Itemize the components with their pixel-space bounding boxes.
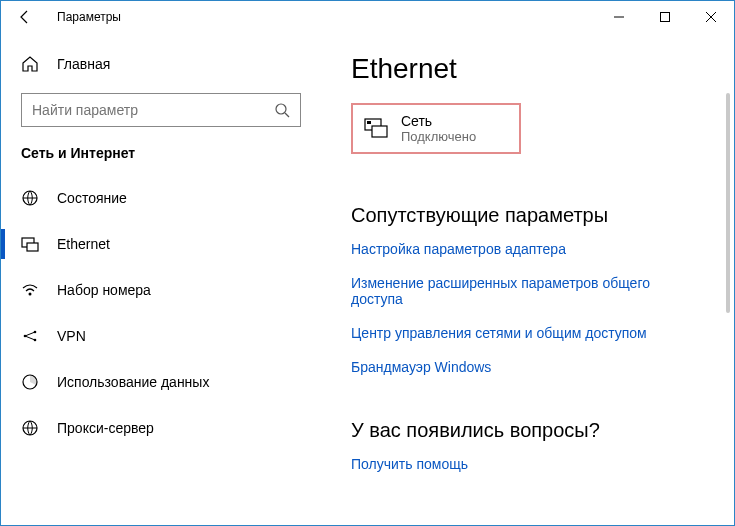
svg-rect-4 — [27, 243, 38, 251]
help-heading: У вас появились вопросы? — [351, 419, 704, 442]
nav-label: Ethernet — [57, 236, 110, 252]
network-status: Подключено — [401, 129, 476, 144]
svg-point-1 — [276, 104, 286, 114]
svg-point-5 — [29, 293, 32, 296]
page-heading: Ethernet — [351, 53, 704, 85]
back-button[interactable] — [9, 9, 41, 25]
status-icon — [21, 189, 39, 207]
sidebar: Главная Сеть и Интернет Состояние — [1, 33, 321, 525]
nav-item-proxy[interactable]: Прокси-сервер — [1, 405, 321, 451]
link-windows-firewall[interactable]: Брандмауэр Windows — [351, 359, 704, 375]
nav-label: Прокси-сервер — [57, 420, 154, 436]
search-icon — [274, 102, 290, 118]
svg-rect-0 — [661, 13, 670, 22]
network-computer-icon — [363, 116, 389, 142]
link-network-center[interactable]: Центр управления сетями и общим доступом — [351, 325, 704, 341]
nav-label: Состояние — [57, 190, 127, 206]
link-advanced-sharing[interactable]: Изменение расширенных параметров общего … — [351, 275, 704, 307]
related-heading: Сопутствующие параметры — [351, 204, 704, 227]
svg-rect-12 — [372, 126, 387, 137]
nav-item-status[interactable]: Состояние — [1, 175, 321, 221]
scrollbar[interactable] — [726, 93, 730, 313]
home-button[interactable]: Главная — [1, 45, 321, 83]
related-links: Настройка параметров адаптера Изменение … — [351, 241, 704, 375]
nav-item-vpn[interactable]: VPN — [1, 313, 321, 359]
settings-window: Параметры Главная — [0, 0, 735, 526]
search-input[interactable] — [32, 102, 274, 118]
proxy-icon — [21, 419, 39, 437]
nav-item-data-usage[interactable]: Использование данных — [1, 359, 321, 405]
help-links: Получить помощь — [351, 456, 704, 472]
maximize-button[interactable] — [642, 1, 688, 33]
nav-label: Использование данных — [57, 374, 209, 390]
home-label: Главная — [57, 56, 110, 72]
nav-item-dialup[interactable]: Набор номера — [1, 267, 321, 313]
close-button[interactable] — [688, 1, 734, 33]
link-get-help[interactable]: Получить помощь — [351, 456, 704, 472]
titlebar: Параметры — [1, 1, 734, 33]
window-title: Параметры — [41, 10, 121, 24]
home-icon — [21, 55, 39, 73]
data-usage-icon — [21, 373, 39, 391]
search-box[interactable] — [21, 93, 301, 127]
minimize-button[interactable] — [596, 1, 642, 33]
nav-label: VPN — [57, 328, 86, 344]
ethernet-icon — [21, 235, 39, 253]
svg-rect-13 — [367, 121, 371, 124]
network-tile-text: Сеть Подключено — [401, 113, 476, 144]
section-header: Сеть и Интернет — [1, 145, 321, 175]
network-name: Сеть — [401, 113, 476, 129]
network-tile[interactable]: Сеть Подключено — [351, 103, 521, 154]
dialup-icon — [21, 281, 39, 299]
window-controls — [596, 1, 734, 33]
link-adapter-settings[interactable]: Настройка параметров адаптера — [351, 241, 704, 257]
nav-item-ethernet[interactable]: Ethernet — [1, 221, 321, 267]
nav-list: Состояние Ethernet Набор номера — [1, 175, 321, 451]
vpn-icon — [21, 327, 39, 345]
nav-label: Набор номера — [57, 282, 151, 298]
main-panel: Ethernet Сеть Подключено Сопутствующие п… — [321, 33, 734, 525]
